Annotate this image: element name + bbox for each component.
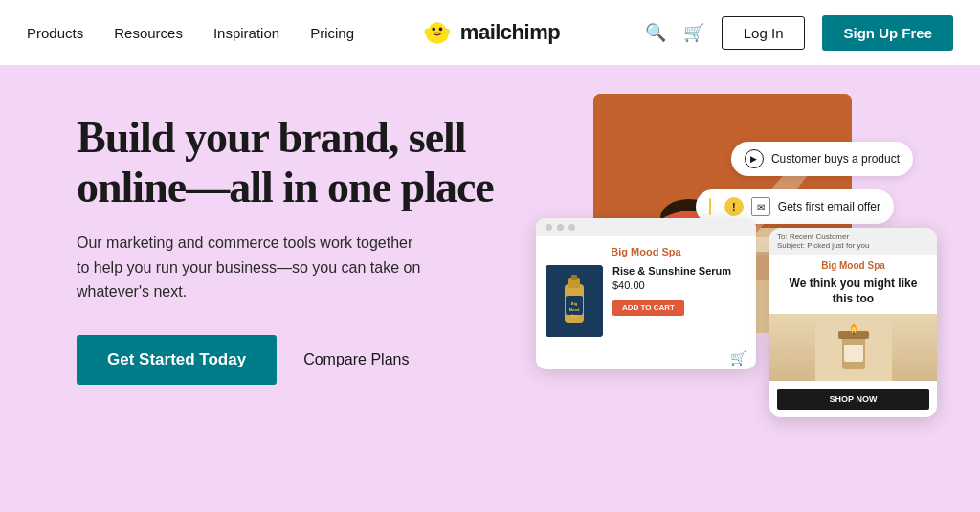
svg-point-2 xyxy=(432,28,435,32)
product-row: Big Mood Spa Rise & Sunshine Serum $40.0… xyxy=(546,265,746,337)
browser-dot-2 xyxy=(557,224,564,231)
hero-illustration: ▶ Customer buys a product ! ✉ Gets first… xyxy=(536,103,923,512)
browser-body: Big Mood Spa Big Mood xyxy=(536,236,756,346)
email-headline: We think you might like this too xyxy=(769,277,937,314)
navbar: Products Resources Inspiration Pricing m… xyxy=(0,0,980,65)
email-subject: Subject: Picked just for you xyxy=(777,241,929,250)
browser-dot-1 xyxy=(546,224,552,231)
serum-bottle-svg: Big Mood Spa xyxy=(546,265,603,337)
store-mockup-card: Big Mood Spa Big Mood xyxy=(536,218,756,369)
hero-section: Build your brand, sell online—all in one… xyxy=(0,65,980,512)
product-image: Big Mood Spa xyxy=(546,265,603,337)
svg-text:Mood: Mood xyxy=(569,307,580,312)
shop-now-button[interactable]: SHOP NOW xyxy=(777,389,929,410)
product-title: Rise & Sunshine Serum xyxy=(612,265,731,277)
connector-icon xyxy=(709,198,711,215)
nav-actions: 🔍 🛒 Log In Sign Up Free xyxy=(645,15,953,51)
email-mockup-card: To: Recent Customer Subject: Picked just… xyxy=(769,228,937,417)
bubble-2-text: Gets first email offer xyxy=(778,200,880,213)
cart-button[interactable]: 🛒 xyxy=(683,22,704,43)
email-header: To: Recent Customer Subject: Picked just… xyxy=(769,228,937,255)
product-info: Rise & Sunshine Serum $40.00 ADD TO CART xyxy=(612,265,731,316)
get-started-button[interactable]: Get Started Today xyxy=(77,335,277,385)
bubble-1-text: Customer buys a product xyxy=(771,152,900,166)
search-icon: 🔍 xyxy=(645,22,666,43)
add-to-cart-button[interactable]: ADD TO CART xyxy=(612,300,684,316)
svg-rect-32 xyxy=(844,345,863,362)
bubble-icon-mail-wrap: ✉ xyxy=(751,197,770,216)
candle-svg xyxy=(815,314,892,381)
automation-bubble-1: ▶ Customer buys a product xyxy=(731,142,913,176)
nav-links: Products Resources Inspiration Pricing xyxy=(27,25,354,41)
hero-title: Build your brand, sell online—all in one… xyxy=(77,113,536,211)
svg-point-3 xyxy=(439,28,443,32)
nav-resources[interactable]: Resources xyxy=(114,25,183,41)
email-product-image xyxy=(769,314,937,381)
svg-point-5 xyxy=(425,29,431,34)
browser-topbar xyxy=(536,218,756,236)
warning-icon: ! xyxy=(724,197,744,216)
svg-point-6 xyxy=(444,29,450,34)
play-icon: ▶ xyxy=(745,149,764,168)
nav-pricing[interactable]: Pricing xyxy=(310,25,354,41)
cart-icon: 🛒 xyxy=(683,22,704,43)
store-name: Big Mood Spa xyxy=(546,246,746,257)
email-to: To: Recent Customer xyxy=(777,233,929,241)
hero-subtitle: Our marketing and commerce tools work to… xyxy=(77,231,421,304)
product-price: $40.00 xyxy=(612,279,731,291)
cart-small-icon: 🛒 xyxy=(730,350,746,366)
search-button[interactable]: 🔍 xyxy=(645,22,666,43)
browser-dot-3 xyxy=(568,224,575,231)
nav-inspiration[interactable]: Inspiration xyxy=(213,25,279,41)
svg-rect-35 xyxy=(853,331,854,335)
logo-icon xyxy=(420,15,455,50)
svg-text:Big: Big xyxy=(571,301,578,306)
logo[interactable]: mailchimp xyxy=(420,15,560,50)
hero-content: Build your brand, sell online—all in one… xyxy=(77,103,536,385)
nav-products[interactable]: Products xyxy=(27,25,83,41)
svg-point-1 xyxy=(429,22,446,39)
signup-button[interactable]: Sign Up Free xyxy=(822,15,953,51)
compare-plans-link[interactable]: Compare Plans xyxy=(303,351,409,368)
login-button[interactable]: Log In xyxy=(722,16,806,50)
email-store-name: Big Mood Spa xyxy=(769,255,937,277)
svg-text:Spa: Spa xyxy=(571,314,577,318)
browser-footer: 🛒 xyxy=(536,346,756,369)
logo-text: mailchimp xyxy=(460,20,560,45)
hero-ctas: Get Started Today Compare Plans xyxy=(77,335,536,385)
svg-rect-24 xyxy=(571,275,577,280)
